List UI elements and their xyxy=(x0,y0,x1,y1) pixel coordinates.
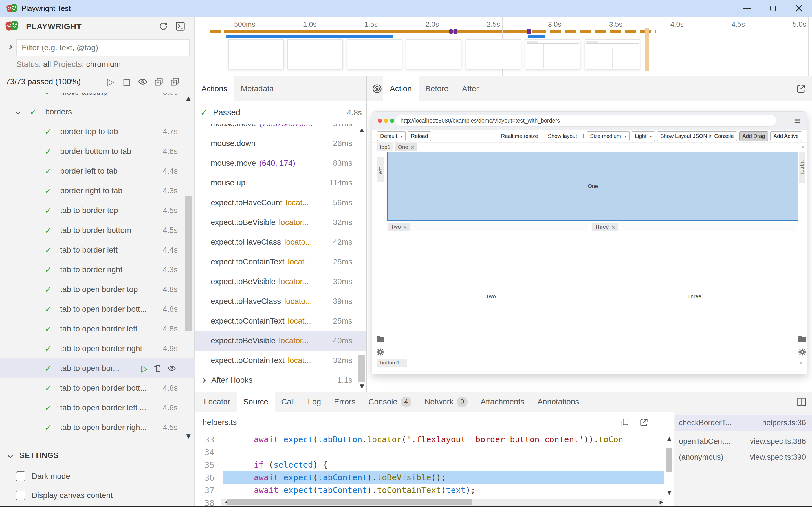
watch-all-button[interactable] xyxy=(137,75,149,88)
action-row[interactable]: expect.toBeVisiblelocator...30ms xyxy=(195,272,366,291)
dark-mode-checkbox[interactable] xyxy=(16,471,26,481)
action-row[interactable]: expect.toContainTextlocat...32ms xyxy=(195,351,366,370)
action-row[interactable]: expect.toBeVisiblelocator...40ms xyxy=(195,331,366,351)
tab-annotations[interactable]: Annotations xyxy=(531,392,586,412)
test-row[interactable]: ✓tab to open border right4.9s xyxy=(0,339,195,358)
tab-before[interactable]: Before xyxy=(418,76,456,102)
test-row[interactable]: ✓open tab in border top5.2s xyxy=(0,437,195,443)
test-row[interactable]: ✓tab to open bor...▷ xyxy=(0,358,195,378)
tab-action[interactable]: Action xyxy=(383,76,418,102)
passed-summary-row[interactable]: ✓ Passed 4.8s xyxy=(195,102,366,124)
action-row[interactable]: expect.toHaveClasslocato...42ms xyxy=(195,232,366,252)
timeline-bar-segment[interactable] xyxy=(210,30,221,33)
border-tab-right1[interactable]: right1 xyxy=(799,152,805,183)
test-row[interactable]: ✓border top to tab4.7s xyxy=(0,122,195,142)
code-line[interactable]: 37await expect(tabContent).toContainText… xyxy=(195,484,674,497)
scroll-down-icon[interactable]: ▼ xyxy=(358,383,366,390)
stack-frame-row[interactable]: checkBorderT...helpers.ts:36 xyxy=(675,414,812,431)
scroll-down-icon[interactable]: ▼ xyxy=(664,490,674,496)
code-line[interactable]: 33await expect(tabButton.locator('.flexl… xyxy=(195,433,674,446)
timeline-screenshot-thumbnail[interactable] xyxy=(288,40,343,69)
timeline-screenshot-thumbnail[interactable] xyxy=(585,40,640,69)
timeline-screenshot-thumbnail[interactable] xyxy=(466,40,521,69)
timeline-screenshot-thumbnail[interactable] xyxy=(229,40,284,69)
tab-log[interactable]: Log xyxy=(301,392,327,412)
test-row[interactable]: ✓tab to open border left ...4.6s xyxy=(0,398,195,418)
filter-status-line[interactable]: Status: all Projects: chromium xyxy=(16,60,121,69)
scroll-up-icon[interactable]: ▲ xyxy=(184,95,193,102)
restore-button[interactable] xyxy=(760,0,786,17)
tab-call[interactable]: Call xyxy=(275,392,301,412)
scroll-up-icon[interactable]: ▲ xyxy=(664,436,674,441)
tab-actions[interactable]: Actions xyxy=(195,76,234,102)
action-row[interactable]: mouse.up114ms xyxy=(195,173,366,193)
timeline-current-marker[interactable] xyxy=(645,28,649,71)
timeline-event-mark[interactable] xyxy=(454,29,457,34)
timeline-screenshot-thumbnail[interactable] xyxy=(525,40,580,69)
code-listing[interactable]: 33await expect(tabButton.locator('.flexl… xyxy=(195,433,674,506)
action-row[interactable]: expect.toHaveCountlocat...56ms xyxy=(195,193,366,213)
action-row[interactable]: mouse.move(79.5234375,...31ms xyxy=(195,124,366,133)
folder-icon[interactable] xyxy=(799,337,806,342)
filter-input[interactable] xyxy=(16,40,190,56)
timeline-bar-segment[interactable] xyxy=(224,30,527,33)
display-canvas-setting[interactable]: Display canvas content xyxy=(16,491,113,500)
maximize-icon[interactable] xyxy=(580,114,584,118)
size-select[interactable]: Size medium ▾ xyxy=(587,131,629,141)
action-row[interactable]: expect.toContainTextlocat...25ms xyxy=(195,252,366,272)
stack-frame-row[interactable]: (anonymous)view.spec.ts:390 xyxy=(675,450,812,464)
close-tab-icon[interactable]: × xyxy=(403,224,407,230)
trace-timeline[interactable]: 500ms1.0s1.5s2.0s2.5s3.0s3.5s4.0s4.5s5.0… xyxy=(195,17,812,76)
tabstrip-overflow-icon[interactable] xyxy=(800,361,802,363)
scrollbar-thumb[interactable] xyxy=(358,355,365,382)
test-row[interactable]: ✓tab to open border top4.8s xyxy=(0,280,195,299)
action-row[interactable]: expect.toContainTextlocat...25ms xyxy=(195,311,366,331)
scrollbar-thumb[interactable] xyxy=(185,196,192,331)
tabstrip-overflow-icon[interactable] xyxy=(802,146,804,148)
test-row[interactable]: ✓tab to open border righ...4.5s xyxy=(0,418,195,437)
timeline-event-mark[interactable] xyxy=(449,29,453,34)
scroll-up-icon[interactable]: ▲ xyxy=(358,126,366,133)
show-layout-json-button[interactable]: Show Layout JSON in Console xyxy=(657,131,737,141)
run-all-button[interactable]: ▷ xyxy=(104,75,117,88)
test-row[interactable]: ✓tab to border left4.4s xyxy=(0,240,195,260)
tab-errors[interactable]: Errors xyxy=(327,392,362,412)
action-list-scrollbar[interactable]: ▲ ▼ xyxy=(358,124,366,392)
tab-network[interactable]: Network9 xyxy=(418,392,474,412)
border-tab-top1[interactable]: top1 xyxy=(377,143,393,151)
terminal-button[interactable] xyxy=(174,20,187,33)
test-row[interactable]: ✓tab to border right4.3s xyxy=(0,260,195,280)
show-layout-checkbox[interactable] xyxy=(579,133,583,138)
layout-select[interactable]: Default ▾ xyxy=(377,131,406,141)
add-active-button[interactable]: Add Active xyxy=(770,131,802,141)
realtime-resize-checkbox[interactable] xyxy=(540,133,544,138)
test-group-row[interactable]: ✓borders xyxy=(0,102,195,122)
test-row[interactable]: ✓tab to border bottom4.5s xyxy=(0,220,195,240)
action-row[interactable]: mouse.move(640, 174)83ms xyxy=(195,153,366,173)
open-source-icon[interactable] xyxy=(153,364,162,373)
tab-metadata[interactable]: Metadata xyxy=(234,76,281,102)
pick-locator-target-icon[interactable] xyxy=(372,83,383,94)
panel-one[interactable]: One xyxy=(387,152,799,221)
tab-three[interactable]: Three × xyxy=(592,223,618,231)
refresh-button[interactable] xyxy=(157,20,170,33)
address-bar[interactable]: http://localhost:8080/examples/demo/?lay… xyxy=(395,115,776,126)
close-tab-icon[interactable]: × xyxy=(611,224,615,230)
chevron-right-icon[interactable] xyxy=(201,378,206,383)
tab-two[interactable]: Two × xyxy=(388,223,410,231)
display-canvas-checkbox[interactable] xyxy=(16,491,26,500)
border-tab-one[interactable]: One × xyxy=(395,143,417,151)
scroll-down-icon[interactable]: ▼ xyxy=(184,433,193,439)
code-line[interactable]: 35if (selected) { xyxy=(195,458,674,471)
play-icon[interactable]: ▷ xyxy=(141,363,148,374)
timeline-screenshot-thumbnail[interactable] xyxy=(406,40,461,69)
folder-icon[interactable] xyxy=(376,337,384,342)
tab-attachments[interactable]: Attachments xyxy=(474,392,531,412)
horizontal-scrollbar[interactable]: ◀ ▶ xyxy=(221,499,663,506)
tab-after[interactable]: After xyxy=(455,76,486,102)
tab-console[interactable]: Console4 xyxy=(362,392,418,412)
close-tab-icon[interactable]: × xyxy=(410,144,415,150)
scrollbar-thumb[interactable] xyxy=(666,448,672,472)
action-row[interactable]: expect.toHaveClasslocato...39ms xyxy=(195,291,366,311)
test-row[interactable]: ✓tab to open border bott...4.8s xyxy=(0,299,195,319)
